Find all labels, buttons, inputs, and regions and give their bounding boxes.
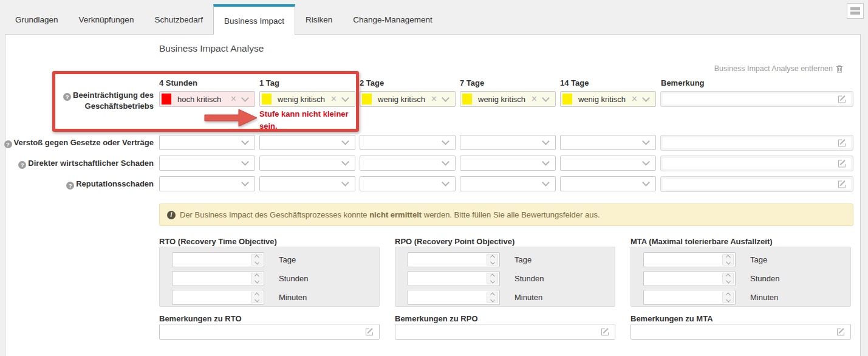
row-label-wirtschaftlicher-schaden: ?Direkter wirtschaftlicher Schaden — [18, 158, 154, 169]
dropdown-reputation-14-tage[interactable] — [560, 176, 656, 191]
remove-bia-link[interactable]: Business Impact Analyse entfernen — [714, 64, 843, 73]
mta-stunden-input[interactable] — [643, 271, 736, 286]
mta-minuten-input[interactable] — [643, 290, 736, 305]
tab-business-impact[interactable]: Business Impact — [213, 4, 295, 35]
column-header-2-tage: 2 Tage — [360, 78, 384, 87]
mta-tage-input[interactable] — [643, 252, 736, 267]
edit-icon[interactable] — [365, 327, 374, 337]
bemerkung-field-row3 — [660, 156, 853, 171]
dropdown-beeintraechtigung-1-tag[interactable]: wenig kritisch × — [259, 91, 355, 107]
spinner-icon[interactable] — [487, 273, 498, 284]
bemerkung-field-row1 — [660, 91, 853, 107]
rto-section-panel: Tage Stunden Minuten — [159, 247, 380, 307]
clear-icon[interactable]: × — [531, 94, 537, 104]
spinner-icon[interactable] — [251, 254, 262, 265]
mta-minuten-label: Minuten — [750, 293, 778, 302]
chevron-down-icon — [442, 94, 449, 102]
edit-icon[interactable] — [838, 139, 847, 148]
dropdown-value: wenig kritisch — [472, 95, 531, 104]
help-icon[interactable]: ? — [4, 140, 12, 148]
tab-grundlagen[interactable]: Grundlagen — [5, 4, 69, 35]
severity-swatch-red — [162, 94, 171, 104]
chevron-down-icon — [241, 158, 249, 166]
dropdown-verstoss-14-tage[interactable] — [560, 135, 656, 150]
row-label-reputationsschaden: ?Reputationsschaden — [66, 179, 154, 190]
clear-icon[interactable]: × — [431, 94, 437, 104]
help-icon[interactable]: ? — [66, 182, 74, 190]
edit-icon[interactable] — [838, 159, 847, 168]
rpo-tage-input[interactable] — [408, 252, 500, 267]
dropdown-reputation-2-tage[interactable] — [360, 176, 456, 191]
chevron-down-icon — [542, 158, 550, 166]
chevron-down-icon — [442, 137, 449, 145]
rpo-remarks-input[interactable] — [395, 324, 615, 340]
rto-tage-input[interactable] — [172, 252, 264, 267]
rto-minuten-input[interactable] — [172, 290, 264, 305]
bemerkung-input[interactable] — [663, 94, 851, 104]
column-header-bemerkung: Bemerkung — [661, 78, 705, 87]
dropdown-verstoss-4-stunden[interactable] — [159, 135, 255, 150]
dropdown-reputation-7-tage[interactable] — [460, 176, 556, 191]
bemerkung-input[interactable] — [663, 137, 851, 148]
chevron-down-icon — [542, 137, 550, 145]
dropdown-verstoss-7-tage[interactable] — [460, 135, 556, 150]
dropdown-schaden-4-stunden[interactable] — [159, 156, 255, 171]
chevron-down-icon — [341, 158, 349, 166]
rto-remarks-input[interactable] — [159, 324, 380, 340]
dropdown-reputation-4-stunden[interactable] — [159, 176, 255, 191]
edit-icon[interactable] — [836, 327, 846, 337]
spinner-icon[interactable] — [722, 254, 734, 265]
tab-change-management[interactable]: Change-Management — [343, 4, 443, 35]
bemerkung-input[interactable] — [663, 158, 851, 169]
column-header-1-tag: 1 Tag — [259, 78, 279, 87]
validation-message: Stufe kann nicht kleiner sein. — [259, 108, 357, 132]
mta-remarks-input[interactable] — [630, 324, 851, 340]
chevron-down-icon — [341, 137, 349, 145]
rpo-remarks-label: Bemerkungen zu RPO — [395, 314, 478, 323]
edit-icon[interactable] — [838, 180, 847, 189]
rpo-stunden-input[interactable] — [408, 271, 500, 286]
bemerkung-input[interactable] — [663, 179, 851, 190]
dropdown-verstoss-2-tage[interactable] — [360, 135, 456, 150]
clear-icon[interactable]: × — [331, 94, 337, 104]
tab-risiken[interactable]: Risiken — [295, 4, 343, 35]
banner-text: Der Business Impact des Geschäftsprozess… — [180, 210, 369, 219]
rpo-section-panel: Tage Stunden Minuten — [395, 247, 615, 307]
clear-icon[interactable]: × — [231, 94, 236, 104]
dropdown-beeintraechtigung-4-stunden[interactable]: hoch kritisch × — [159, 91, 255, 107]
rto-tage-label: Tage — [279, 255, 296, 264]
tab-bar: Grundlagen Verknüpfungen Schutzbedarf Bu… — [5, 0, 443, 35]
help-icon[interactable]: ? — [63, 93, 71, 101]
spinner-icon[interactable] — [251, 273, 262, 284]
spinner-icon[interactable] — [722, 292, 734, 303]
dropdown-schaden-7-tage[interactable] — [460, 156, 556, 171]
rto-stunden-input[interactable] — [172, 271, 264, 286]
dropdown-schaden-14-tage[interactable] — [560, 156, 656, 171]
rpo-minuten-input[interactable] — [408, 290, 500, 305]
rpo-section-title: RPO (Recovery Point Objective) — [395, 237, 514, 246]
column-header-14-tage: 14 Tage — [560, 78, 589, 87]
spinner-icon[interactable] — [487, 292, 498, 303]
rpo-tage-label: Tage — [514, 255, 531, 264]
tab-schutzbedarf[interactable]: Schutzbedarf — [144, 4, 213, 35]
spinner-icon[interactable] — [487, 254, 498, 265]
dropdown-beeintraechtigung-2-tage[interactable]: wenig kritisch × — [360, 91, 456, 107]
help-icon[interactable]: ? — [18, 161, 26, 169]
spinner-icon[interactable] — [722, 273, 734, 284]
row-label-verstoss: ?Verstoß gegen Gesetze oder Verträge — [4, 137, 154, 148]
chevron-down-icon — [542, 179, 550, 187]
severity-swatch-yellow — [362, 94, 372, 104]
spinner-icon[interactable] — [251, 292, 262, 303]
dropdown-schaden-2-tage[interactable] — [360, 156, 456, 171]
edit-icon[interactable] — [601, 327, 610, 337]
clear-icon[interactable]: × — [632, 94, 637, 104]
dropdown-beeintraechtigung-14-tage[interactable]: wenig kritisch × — [560, 91, 656, 107]
tab-verknuepfungen[interactable]: Verknüpfungen — [69, 4, 145, 35]
list-menu-button[interactable] — [847, 3, 864, 19]
dropdown-schaden-1-tag[interactable] — [259, 156, 355, 171]
rto-stunden-label: Stunden — [279, 274, 308, 283]
dropdown-beeintraechtigung-7-tage[interactable]: wenig kritisch × — [460, 91, 556, 107]
edit-icon[interactable] — [838, 95, 847, 104]
dropdown-reputation-1-tag[interactable] — [259, 176, 355, 191]
dropdown-verstoss-1-tag[interactable] — [259, 135, 355, 150]
